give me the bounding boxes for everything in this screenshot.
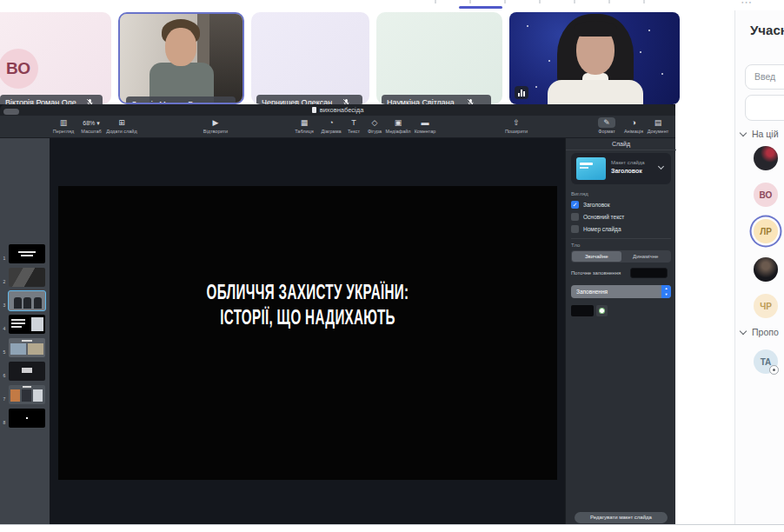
participant-avatar-lr-active[interactable]: ЛР [754,219,778,243]
toolbar-text-button[interactable]: Т Текст [342,117,365,135]
edit-slide-layout-button[interactable]: Редагувати макет слайда [575,512,668,523]
play-icon: ▶ [198,117,233,129]
toolbar-share-button[interactable]: ⇧ Поширити [500,117,533,135]
toolbar-document-button[interactable]: ▤ Документ [643,117,673,135]
checkbox-row-body-text[interactable]: Основний текст [571,212,624,221]
participant-tile-viktoriia[interactable]: ВО Вікторія Роман Оле... [0,12,111,104]
chevron-down-icon[interactable] [740,130,747,136]
slide-thumbnail-6[interactable] [9,362,45,381]
participant-tile-naumkina[interactable]: Наумкіна Світлана ... [376,12,502,104]
toolbar-label: Перегляд [53,129,74,134]
participant-tile-lahutin-video[interactable]: Лагутін Микита Романо... [118,12,244,104]
toolbar-add-slide-button[interactable]: ⊞ Додати слайд [105,117,138,135]
toolbar-comment-button[interactable]: ▬ Коментар [410,117,440,135]
toolbar-label: Медіафайл [386,129,411,134]
slide-thumbnail-7[interactable] [9,385,45,404]
toolbar-label: Фігура [368,129,382,134]
checkbox-row-slide-number[interactable]: Номер слайда [571,224,621,233]
mic-muted-icon [342,98,350,104]
slide-thumbnail-5[interactable] [9,338,45,357]
checkbox-checked-icon[interactable]: ✓ [571,201,579,209]
star [548,60,550,62]
participant-tile-chernyshev[interactable]: ЧР Чернишев Олексан... [251,12,369,104]
toolbar-chart-button[interactable]: ◔ Діаграма [316,117,346,135]
participant-avatar-vo[interactable]: ВО [754,183,778,207]
document-icon [312,107,316,113]
top-tick [435,0,436,3]
mic-muted-icon [86,98,94,104]
fill-type-dropdown[interactable]: Заповнення ▲▼ [571,285,671,298]
checkbox-unchecked-icon[interactable] [571,225,579,233]
layout-caption: Макет слайда [611,160,645,165]
star [661,73,663,75]
presentation-titlebar: виховнабесіда [0,104,675,116]
top-tick [504,0,506,3]
format-icon: ✎ [591,117,622,129]
color-picker-button[interactable] [596,305,608,316]
participant-avatar-photo[interactable] [754,146,778,170]
star [535,86,537,88]
participants-sidebar: Учасн Введ На цій ВО ЛР ЧР Пропо ТА [734,10,784,524]
toolbar-table-button[interactable]: ▦ Таблиця [289,117,320,135]
slide-number: 2 [2,279,7,284]
slide-title[interactable]: ОБЛИЧЧЯ ЗАХИСТУ УКРАЇНИ: ІСТОРІЇ, ЩО НАД… [143,280,473,330]
person-body [548,80,643,104]
document-settings-icon: ▤ [643,117,673,129]
table-icon: ▦ [289,117,320,129]
toolbar-label: Формат [598,129,615,134]
toolbar-label: Текст [348,129,360,134]
slide-layout-selector[interactable]: Макет слайда Заголовок [571,153,671,184]
fill-color-well[interactable] [571,305,594,316]
participant-tile-speaker-video[interactable] [509,12,680,104]
slide-thumbnail-8[interactable] [9,409,45,428]
layout-value: Заголовок [611,168,642,174]
comment-icon: ▬ [410,117,440,129]
window-controls[interactable] [3,109,19,115]
toolbar-label: Додати слайд [106,129,136,134]
screen-share-region: виховнабесіда ▥ Перегляд 68% ▾ Масштаб ⊞… [0,104,675,524]
slide-title-line1: ОБЛИЧЧЯ ЗАХИСТУ УКРАЇНИ: [143,280,473,305]
text-icon: Т [342,117,365,129]
participant-name-badge: Вікторія Роман Оле... [0,95,103,104]
slide-thumbnail-4[interactable] [9,315,45,334]
participant-search-input[interactable]: Введ [745,64,784,90]
inspector-tab-slide[interactable]: Слайд [566,138,676,150]
slide-thumbnail-1[interactable] [9,244,45,263]
toolbar-format-button[interactable]: ✎ Формат [591,117,622,135]
section-on-this-call[interactable]: На цій [752,129,779,139]
slide-thumbnail-3-selected[interactable] [8,290,46,311]
current-fill-swatch[interactable] [630,268,668,278]
segment-standard[interactable]: Звичайне [572,251,621,262]
section-suggested[interactable]: Пропо [752,327,779,337]
slide-canvas[interactable]: ОБЛИЧЧЯ ЗАХИСТУ УКРАЇНИ: ІСТОРІЇ, ЩО НАД… [58,186,557,480]
checkbox-unchecked-icon[interactable] [571,213,579,221]
background-section-label: Тло [571,243,580,248]
toolbar-label: Діаграма [322,129,342,134]
toolbar-media-button[interactable]: ▣ Медіафайл [382,117,414,135]
slide-thumbnail-2[interactable] [9,268,45,287]
video-shelf [197,14,209,66]
dropdown-stepper-icon[interactable]: ▲▼ [661,285,671,298]
more-options-icon[interactable]: ⋯ [741,0,753,9]
participant-avatar-chr[interactable]: ЧР [754,294,778,318]
toolbar-view-button[interactable]: ▥ Перегляд [50,117,77,135]
top-tick [574,0,575,3]
chevron-down-icon[interactable] [740,328,747,335]
participant-name-badge: Наумкіна Світлана ... [382,95,491,104]
star [648,30,650,31]
participant-name: Чернишев Олексан... [262,98,339,105]
slide-thumbnails-panel: 1 2 3 4 5 6 7 8 [0,138,50,524]
sidebar-secondary-box[interactable] [745,95,784,121]
toolbar-play-button[interactable]: ▶ Відтворити [198,117,233,135]
add-slide-icon: ⊞ [105,117,138,129]
view-icon: ▥ [50,117,77,129]
slide-number: 4 [2,326,7,331]
checkbox-row-title[interactable]: ✓ Заголовок [571,200,610,209]
toolbar-zoom-control[interactable]: 68% ▾ Масштаб [77,117,105,135]
avatar: ВО [0,49,38,89]
segment-dynamic[interactable]: Динамічне [621,251,671,262]
participant-avatar-photo[interactable] [754,257,778,282]
suggested-status-icon [769,365,779,375]
toolbar-label: Масштаб [81,129,102,134]
person-bangs [574,21,617,37]
